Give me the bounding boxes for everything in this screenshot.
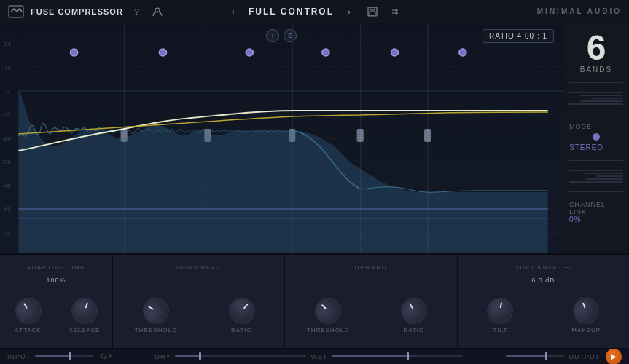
ratio-u-label: RATIO (403, 327, 424, 333)
mini-bar (569, 170, 623, 171)
mini-bar (585, 178, 623, 180)
threshold-u-knob[interactable] (310, 293, 347, 330)
threshold-d-knob-container: THRESHOLD (113, 298, 199, 341)
ratio-badge: RATIO 4.00 : 1 (483, 29, 554, 43)
svg-rect-22 (357, 129, 364, 142)
solo-button[interactable]: S (284, 29, 297, 42)
tilt-label: TILT (493, 327, 508, 333)
arrows-button[interactable] (99, 352, 112, 362)
visualizer[interactable]: 24 12 0 -12 -24 -36 -48 -60 -72 RATIO 4.… (0, 23, 563, 253)
wet-fader-fill (332, 355, 410, 357)
threshold-d-label: THRESHOLD (135, 327, 177, 333)
prev-preset-button[interactable]: ‹ (225, 4, 241, 20)
svg-rect-3 (370, 7, 375, 10)
soft-knee-value: 6.0 dB (531, 277, 555, 284)
output-fader-track[interactable] (506, 355, 564, 357)
release-knob[interactable] (67, 294, 101, 328)
mode-label: MODE (569, 123, 623, 130)
orange-action-button[interactable]: ▶ (606, 349, 622, 365)
makeup-knob[interactable] (569, 294, 603, 328)
input-fader-track[interactable] (35, 355, 93, 357)
mini-bar (569, 181, 623, 183)
bands-number: 6 (580, 31, 612, 66)
waveform-display: 24 12 0 -12 -24 -36 -48 -60 -72 (0, 23, 563, 253)
svg-text:-12: -12 (2, 111, 11, 118)
makeup-knob-container: MAKEUP (543, 298, 629, 341)
info-button[interactable]: i (266, 29, 279, 42)
help-button[interactable]: ? (129, 4, 145, 20)
mini-bars-2 (569, 170, 623, 183)
svg-rect-4 (370, 12, 375, 15)
tilt-knob[interactable] (485, 296, 516, 326)
output-fader-thumb[interactable] (545, 352, 547, 360)
brand-name: MINIMAL AUDIO (537, 7, 622, 15)
shuffle-button[interactable] (388, 4, 404, 20)
soft-knee-label: SOFT KNEE (515, 264, 558, 271)
wet-fader-thumb[interactable] (407, 352, 409, 360)
makeup-label: MAKEUP (571, 327, 601, 333)
channel-link-row: CHANNEL LINK 0% (569, 201, 623, 223)
top-bar: FUSE COMPRESSOR ? ‹ FULL CONTROL › (0, 0, 629, 23)
mini-bar (569, 92, 623, 93)
main-area: 24 12 0 -12 -24 -36 -48 -60 -72 RATIO 4.… (0, 23, 629, 253)
user-button[interactable] (149, 4, 165, 20)
svg-text:0: 0 (6, 88, 9, 95)
input-fader-thumb[interactable] (69, 352, 71, 360)
mini-bars (569, 92, 623, 105)
ratio-d-knob-container: RATIO (199, 298, 285, 341)
dry-wet-section: DRY WET (118, 353, 500, 360)
orange-icon: ▶ (611, 352, 617, 360)
svg-rect-21 (289, 129, 295, 142)
release-label: RELEASE (69, 327, 101, 333)
tilt-knob-container: TILT (458, 298, 544, 341)
mini-bar (569, 103, 623, 105)
svg-point-31 (459, 49, 466, 56)
channel-link-value: 0% (569, 215, 623, 223)
svg-point-28 (246, 49, 253, 56)
svg-text:12: 12 (4, 64, 12, 71)
mini-bar (580, 100, 623, 102)
bands-display: 6 BANDS (580, 31, 612, 74)
threshold-d-knob[interactable] (138, 293, 173, 328)
svg-text:-48: -48 (2, 183, 11, 189)
adaptive-time-value: 100% (46, 277, 66, 284)
ratio-u-knob-container: RATIO (371, 298, 457, 341)
svg-point-30 (391, 49, 398, 56)
mode-row: MODE STEREO (569, 123, 623, 151)
attack-knob-container: ATTACK (0, 298, 56, 341)
attack-knob[interactable] (10, 293, 46, 328)
dry-fader-track[interactable] (175, 355, 306, 357)
output-fader-fill (506, 355, 547, 357)
logo-icon (7, 4, 25, 19)
ratio-d-knob[interactable] (223, 293, 260, 330)
svg-text:-60: -60 (2, 206, 11, 213)
save-button[interactable] (364, 4, 380, 20)
vis-buttons: i S (266, 29, 297, 42)
svg-text:-72: -72 (2, 230, 11, 237)
upward-label: UPWARD (355, 264, 387, 271)
dry-fader-thumb[interactable] (199, 352, 201, 360)
side-divider-3 (569, 160, 623, 161)
ratio-u-knob[interactable] (396, 293, 431, 328)
mini-bar (596, 175, 623, 177)
threshold-u-knob-container: THRESHOLD (285, 298, 371, 341)
mode-dot[interactable] (593, 133, 600, 141)
next-preset-button[interactable]: › (341, 4, 357, 20)
wet-fader-track[interactable] (332, 355, 463, 357)
plugin-name: FUSE COMPRESSOR (31, 7, 123, 16)
bottom-bar: INPUT DRY WET OUTPUT ▶ (0, 348, 629, 364)
top-bar-icons: ? (129, 4, 165, 20)
dry-fader-fill (175, 355, 201, 357)
top-bar-left: FUSE COMPRESSOR ? (7, 4, 212, 20)
top-bar-right: MINIMAL AUDIO (417, 7, 622, 15)
input-label: INPUT (7, 353, 31, 360)
release-knob-container: RELEASE (56, 298, 112, 341)
attack-label: ATTACK (15, 327, 41, 333)
output-fader-section: OUTPUT (506, 353, 600, 360)
svg-rect-23 (424, 129, 431, 142)
svg-rect-20 (204, 129, 211, 142)
bands-label: BANDS (580, 66, 612, 74)
input-fader-section: INPUT (7, 353, 93, 360)
preset-name: FULL CONTROL (249, 7, 334, 17)
wet-label: WET (310, 353, 327, 360)
